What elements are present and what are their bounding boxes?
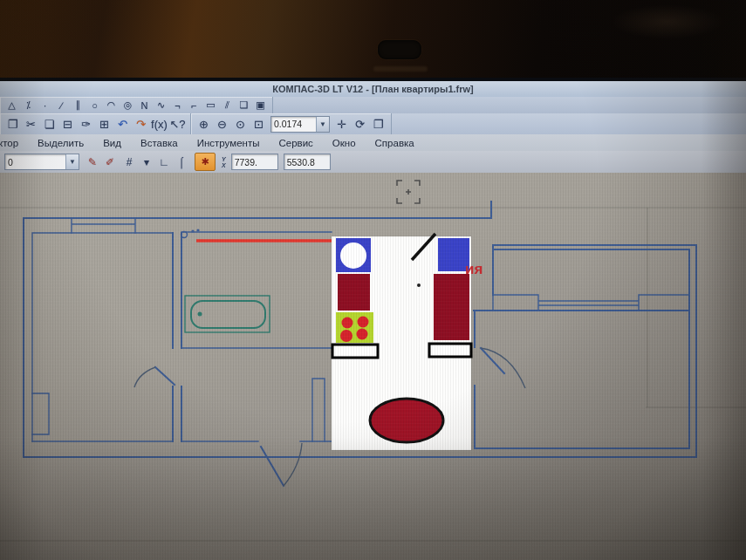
axis-x-label: X <box>222 162 226 168</box>
current-state-bar: 0 ▼ ✎✐ #▾∟⌠ ✱ Y X 7739. 5530.8 <box>0 151 746 173</box>
burner <box>358 317 369 328</box>
triangle-icon[interactable]: △ <box>4 99 19 112</box>
drawing-tools-panel: △⁒·∕∥○◠◎N∿¬⌐▭⫽❏▣ <box>0 97 273 113</box>
photo-of-laptop: КОМПАС-3D LT V12 - [План квартиры1.frw] … <box>0 0 746 560</box>
view-tools-wrap: ✛⟳❐ <box>332 116 387 133</box>
fx-icon[interactable]: f(x) <box>151 116 168 133</box>
polyline-icon[interactable]: ¬ <box>170 99 185 112</box>
burner <box>357 329 368 340</box>
ortho-icon[interactable]: ⌠ <box>174 154 189 170</box>
light-reflection <box>611 4 724 39</box>
menu-select[interactable]: Выделить <box>28 138 93 148</box>
menu-view[interactable]: Вид <box>93 138 131 148</box>
grid-dropdown-icon[interactable]: ▾ <box>139 154 154 170</box>
sink-bowl <box>340 242 366 269</box>
paste-icon[interactable]: ⊟ <box>59 116 76 133</box>
fridge[interactable] <box>434 274 469 340</box>
burner <box>340 330 352 342</box>
circle-icon[interactable]: ○ <box>87 99 102 112</box>
hatch-icon[interactable]: ⫽ <box>220 99 235 112</box>
zoom-area-icon[interactable]: ⊙ <box>232 116 249 133</box>
rectangle-icon[interactable]: ▭ <box>203 99 218 112</box>
refresh-view-icon[interactable]: ⟳ <box>352 116 368 133</box>
toolbar-drawing: △⁒·∕∥○◠◎N∿¬⌐▭⫽❏▣ <box>0 97 746 113</box>
zoom-fit-icon[interactable]: ⊡ <box>250 116 267 133</box>
snap-toggle-button[interactable]: ✱ <box>195 153 216 171</box>
table-icon[interactable]: ⊞ <box>96 116 113 133</box>
crosshair-cursor <box>397 181 420 203</box>
chevron-down-icon[interactable]: ▼ <box>316 117 329 132</box>
grid-tools-wrap: #▾∟⌠ <box>120 154 190 170</box>
brush-icon[interactable]: ✑ <box>78 116 94 133</box>
slope-icon[interactable]: ⁒ <box>21 99 36 112</box>
menu-insert[interactable]: Вставка <box>131 138 188 148</box>
segment-icon[interactable]: ∕ <box>54 99 69 112</box>
grid-icon[interactable]: # <box>121 154 137 170</box>
webcam <box>378 40 421 59</box>
burner <box>342 318 353 329</box>
point-mark <box>417 283 421 287</box>
ellipse-icon[interactable]: ◎ <box>120 99 135 112</box>
pen-tools-wrap: ✎✐ <box>84 154 119 170</box>
laptop-bezel <box>0 0 746 80</box>
menu-service[interactable]: Сервис <box>269 138 322 148</box>
zoom-out-icon[interactable]: ⊖ <box>214 116 230 133</box>
coordinate-axes-icon: Y X <box>222 156 226 168</box>
axis-y-label: Y <box>222 156 226 162</box>
arc-icon[interactable]: ◠ <box>104 99 119 112</box>
window-layout-icon[interactable]: ❐ <box>370 116 387 133</box>
laptop-brand-text <box>373 66 428 72</box>
menu-bar: кторВыделитьВидВставкаИнструментыСервисО… <box>0 134 746 151</box>
standard-panel: ❐✂❏⊟✑⊞↶↷f(x)↖? <box>0 113 191 134</box>
coordinate-x-field[interactable]: 7739. <box>231 154 278 170</box>
local-csys-icon[interactable]: ∟ <box>156 154 172 170</box>
window-title: КОМПАС-3D LT V12 - [План квартиры1.frw] <box>272 84 474 94</box>
zoom-combobox[interactable]: 0.0174 ▼ <box>270 116 330 133</box>
pen-style-icon[interactable]: ✎ <box>85 154 100 170</box>
parallel-segment-icon[interactable]: ∥ <box>71 99 86 112</box>
red-measure-line[interactable] <box>181 229 333 241</box>
bezier-icon[interactable]: ∿ <box>154 99 168 112</box>
pan-icon[interactable]: ✛ <box>333 116 350 133</box>
menu-window[interactable]: Окно <box>323 138 366 148</box>
contour-icon[interactable]: ⌐ <box>187 99 202 112</box>
app-window: КОМПАС-3D LT V12 - [План квартиры1.frw] … <box>0 81 746 560</box>
chevron-down-icon[interactable]: ▼ <box>65 154 79 169</box>
coordinate-y-field[interactable]: 5530.8 <box>284 154 331 170</box>
cut-icon[interactable]: ✂ <box>23 116 39 133</box>
point-icon[interactable]: · <box>38 99 52 112</box>
copy-icon[interactable]: ❏ <box>41 116 58 133</box>
view-panel: ⊕⊖⊙⊡ 0.0174 ▼ ✛⟳❐ <box>191 113 392 134</box>
redo-icon[interactable]: ↷ <box>133 116 149 133</box>
kitchen-overlay[interactable] <box>332 234 471 450</box>
menu-editor[interactable]: ктор <box>0 138 28 148</box>
pen-style2-icon[interactable]: ✐ <box>102 154 118 170</box>
menu-help[interactable]: Справка <box>366 138 424 148</box>
menu-tools[interactable]: Инструменты <box>188 138 270 148</box>
style-value: 0 <box>5 157 65 167</box>
title-bar[interactable]: КОМПАС-3D LT V12 - [План квартиры1.frw] <box>0 81 746 97</box>
copy-object-icon[interactable]: ❏ <box>236 99 251 112</box>
style-combobox[interactable]: 0 ▼ <box>4 154 79 170</box>
undo-icon[interactable]: ↶ <box>114 116 131 133</box>
room-label: ия <box>465 261 483 277</box>
floor-plan: ия <box>0 173 746 560</box>
bathtub[interactable] <box>185 296 270 332</box>
help-pick-icon[interactable]: ↖? <box>169 116 186 133</box>
dining-table[interactable] <box>370 399 443 442</box>
drawing-canvas[interactable]: ия <box>0 173 746 560</box>
zoom-tools-wrap: ⊕⊖⊙⊡ <box>195 116 268 133</box>
spline-icon[interactable]: N <box>137 99 152 112</box>
zoom-in-icon[interactable]: ⊕ <box>195 116 212 133</box>
shelf-left[interactable] <box>332 345 378 358</box>
zoom-value: 0.0174 <box>271 119 316 129</box>
stamp-icon[interactable]: ▣ <box>253 99 268 112</box>
shelf-right[interactable] <box>429 344 471 357</box>
toolbar-standard: ❐✂❏⊟✑⊞↶↷f(x)↖? ⊕⊖⊙⊡ 0.0174 ▼ ✛⟳❐ <box>0 113 746 134</box>
counter-left[interactable] <box>338 274 370 311</box>
new-document-icon[interactable]: ❐ <box>4 116 21 133</box>
